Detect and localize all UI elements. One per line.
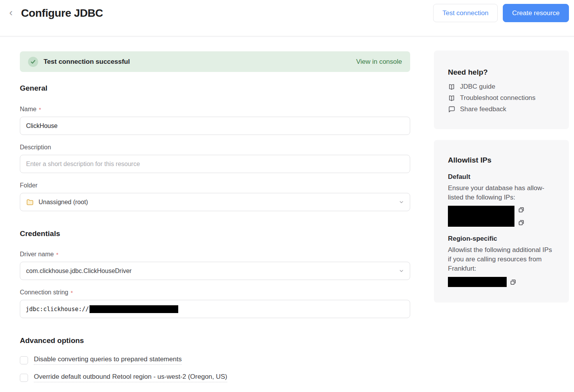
book-icon bbox=[448, 94, 455, 102]
back-chevron-icon: ‹ bbox=[9, 7, 13, 18]
name-input[interactable] bbox=[20, 117, 410, 135]
jdbc-guide-link[interactable]: JDBC guide bbox=[448, 83, 556, 91]
description-label: Description bbox=[20, 144, 410, 151]
prepared-statements-checkbox[interactable] bbox=[20, 356, 28, 364]
folder-label: Folder bbox=[20, 182, 410, 189]
default-ip-list bbox=[448, 206, 556, 227]
page-header: ‹ Configure JDBC Test connection Create … bbox=[0, 0, 574, 37]
create-resource-button[interactable]: Create resource bbox=[503, 4, 569, 22]
redacted-connection-host bbox=[90, 305, 178, 313]
connection-string-visible-value: jdbc:clickhouse:// bbox=[26, 306, 89, 313]
required-asterisk: * bbox=[71, 289, 73, 296]
copy-ip-button[interactable] bbox=[510, 279, 516, 285]
share-feedback-label: Share feedback bbox=[460, 105, 506, 113]
side-column: Need help? JDBC guide bbox=[434, 37, 569, 382]
driver-name-value: com.clickhouse.jdbc.ClickHouseDriver bbox=[26, 268, 132, 275]
success-banner: Test connection successful View in conso… bbox=[20, 51, 410, 72]
connection-string-input[interactable]: jdbc:clickhouse:// bbox=[20, 300, 410, 318]
book-icon bbox=[448, 83, 455, 91]
connection-string-label: Connection string * bbox=[20, 289, 410, 296]
region-ip-row bbox=[448, 277, 556, 287]
success-check-icon bbox=[28, 57, 38, 67]
default-ips-text: Ensure your database has allow-listed th… bbox=[448, 184, 556, 202]
prepared-statements-label[interactable]: Disable converting queries to prepared s… bbox=[34, 355, 182, 365]
allowlist-ips-card: Allowlist IPs Default Ensure your databa… bbox=[434, 140, 569, 303]
troubleshoot-connections-link[interactable]: Troubleshoot connections bbox=[448, 94, 556, 102]
general-section-heading: General bbox=[20, 84, 410, 93]
allowlist-ips-heading: Allowlist IPs bbox=[448, 156, 556, 164]
chevron-down-icon bbox=[399, 200, 404, 205]
driver-name-select[interactable]: com.clickhouse.jdbc.ClickHouseDriver bbox=[20, 262, 410, 280]
description-input[interactable] bbox=[20, 155, 410, 173]
redacted-default-ips bbox=[448, 206, 514, 227]
page-title: Configure JDBC bbox=[21, 7, 103, 19]
main-form-column: Test connection successful View in conso… bbox=[20, 37, 410, 382]
header-actions: Test connection Create resource bbox=[433, 4, 569, 22]
chevron-down-icon bbox=[399, 268, 404, 273]
override-region-checkbox[interactable] bbox=[20, 374, 28, 382]
folder-select[interactable]: Unassigned (root) bbox=[20, 193, 410, 211]
required-asterisk: * bbox=[56, 251, 58, 258]
required-asterisk: * bbox=[39, 106, 41, 113]
region-specific-heading: Region-specific bbox=[448, 235, 556, 243]
jdbc-guide-label: JDBC guide bbox=[460, 83, 495, 91]
back-button[interactable]: ‹ bbox=[5, 8, 16, 19]
name-label: Name * bbox=[20, 106, 410, 113]
banner-message: Test connection successful bbox=[44, 58, 130, 66]
region-specific-text: Allowlist the following additional IPs i… bbox=[448, 245, 556, 273]
copy-ip-button[interactable] bbox=[518, 206, 525, 213]
chat-icon bbox=[448, 106, 455, 113]
folder-value: Unassigned (root) bbox=[39, 199, 88, 206]
content-area: Test connection successful View in conso… bbox=[0, 37, 574, 382]
copy-ip-button[interactable] bbox=[518, 219, 525, 226]
troubleshoot-connections-label: Troubleshoot connections bbox=[460, 94, 535, 102]
need-help-card: Need help? JDBC guide bbox=[434, 51, 569, 129]
advanced-options-heading: Advanced options bbox=[20, 336, 410, 345]
folder-icon bbox=[26, 198, 34, 206]
override-region-label[interactable]: Override default outbound Retool region … bbox=[34, 373, 227, 382]
credentials-section-heading: Credentials bbox=[20, 229, 410, 238]
configure-jdbc-page: { "header": { "back_icon": "‹", "title":… bbox=[0, 0, 574, 392]
default-ips-heading: Default bbox=[448, 173, 556, 181]
advanced-option-row: Disable converting queries to prepared s… bbox=[20, 355, 410, 365]
view-in-console-link[interactable]: View in console bbox=[356, 58, 402, 66]
need-help-heading: Need help? bbox=[448, 68, 556, 77]
driver-name-label: Driver name * bbox=[20, 251, 410, 258]
share-feedback-link[interactable]: Share feedback bbox=[448, 105, 556, 113]
redacted-region-ip bbox=[448, 277, 507, 287]
test-connection-button[interactable]: Test connection bbox=[433, 4, 498, 22]
advanced-option-row: Override default outbound Retool region … bbox=[20, 373, 410, 382]
